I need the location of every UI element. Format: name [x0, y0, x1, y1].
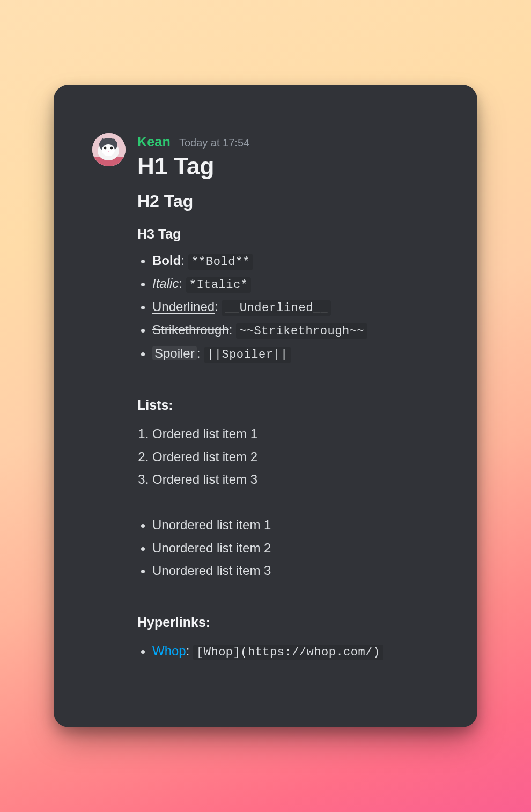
- formatting-code: __Underlined__: [222, 300, 331, 316]
- ordered-list: Ordered list item 1Ordered list item 2Or…: [137, 423, 436, 491]
- formatting-code: *Italic*: [186, 277, 252, 293]
- unordered-list: Unordered list item 1Unordered list item…: [137, 514, 436, 582]
- discord-message-card: Kean Today at 17:54 H1 Tag H2 Tag H3 Tag…: [54, 85, 477, 727]
- svg-point-6: [110, 147, 113, 150]
- ordered-item-1: Ordered list item 1: [152, 423, 436, 446]
- svg-point-5: [104, 147, 107, 150]
- hyperlink[interactable]: Whop: [152, 644, 186, 658]
- formatting-code: ||Spoiler||: [204, 347, 291, 363]
- ordered-item-3: Ordered list item 3: [152, 468, 436, 491]
- timestamp: Today at 17:54: [179, 137, 249, 149]
- formatting-code: ~~Strikethrough~~: [236, 323, 367, 339]
- avatar[interactable]: [92, 133, 126, 166]
- svg-point-4: [102, 144, 115, 156]
- separator: :: [179, 276, 186, 291]
- hyperlink-item: Whop: [Whop](https://whop.com/): [152, 640, 436, 663]
- hyperlink-code: [Whop](https://whop.com/): [193, 645, 384, 660]
- separator: :: [181, 253, 188, 268]
- message-body: Kean Today at 17:54 H1 Tag H2 Tag H3 Tag…: [137, 133, 436, 663]
- heading-1: H1 Tag: [137, 153, 436, 180]
- unordered-item-1: Unordered list item 1: [152, 514, 436, 537]
- ordered-item-2: Ordered list item 2: [152, 446, 436, 469]
- lists-heading: Lists:: [137, 397, 436, 413]
- formatting-item-italic: Italic: *Italic*: [152, 272, 436, 296]
- formatting-code: **Bold**: [188, 254, 254, 270]
- formatting-item-strike: Strikethrough: ~~Strikethrough~~: [152, 319, 436, 342]
- unordered-item-3: Unordered list item 3: [152, 559, 436, 582]
- formatting-display: Italic: [152, 276, 179, 291]
- author-name[interactable]: Kean: [137, 134, 171, 150]
- avatar-image: [92, 133, 126, 166]
- hyperlinks-heading: Hyperlinks:: [137, 615, 436, 630]
- hyperlink-sep: :: [186, 644, 193, 658]
- unordered-item-2: Unordered list item 2: [152, 537, 436, 560]
- hyperlink-list: Whop: [Whop](https://whop.com/): [137, 640, 436, 663]
- message: Kean Today at 17:54 H1 Tag H2 Tag H3 Tag…: [92, 133, 436, 663]
- formatting-item-underline: Underlined: __Underlined__: [152, 296, 436, 319]
- formatting-display: Strikethrough: [152, 322, 229, 337]
- separator: :: [229, 322, 236, 337]
- separator: :: [215, 299, 222, 314]
- formatting-display: Spoiler: [152, 346, 197, 360]
- formatting-display: Bold: [152, 253, 181, 268]
- separator: :: [197, 346, 204, 360]
- formatting-list: Bold: **Bold**Italic: *Italic*Underlined…: [137, 249, 436, 365]
- formatting-item-spoiler: Spoiler: ||Spoiler||: [152, 342, 436, 365]
- heading-3: H3 Tag: [137, 226, 436, 242]
- heading-2: H2 Tag: [137, 191, 436, 211]
- message-meta: Kean Today at 17:54: [137, 134, 436, 150]
- formatting-item-bold: Bold: **Bold**: [152, 249, 436, 272]
- formatting-display: Underlined: [152, 299, 215, 314]
